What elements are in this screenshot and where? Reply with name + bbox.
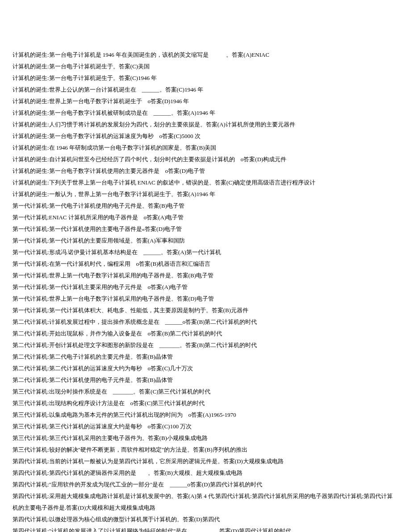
question-line: 计算机的诞生:世界上第一台电子数字计算机诞生于 o答案(D)1946 年 — [13, 96, 398, 107]
question-line: 第一代计算机:第一代计算机使用的主要电子器件是«答案(D)电子管 — [13, 223, 398, 235]
question-line: 计算机的诞生:第一台电子计算机诞生于。答案(C)1946 年 — [13, 72, 398, 84]
question-line: 计算机的诞生:一般认为，世界上第一台电子数字计算机诞生于。答案(A)1946 年 — [13, 189, 398, 200]
question-line: 第二代计算机:第二代计算机使用的电子元件是。答案(B)晶体管 — [13, 374, 398, 386]
question-line: 第一代计算机:第一代计算机体积大、耗电多、性能低，其主要原因是制约于。答案(B)… — [13, 305, 398, 316]
question-line: 第二代计算机:第二代电子计算机的主要元件是。答案(B)晶体管 — [13, 351, 398, 363]
question-line: 第三代计算机:第三代计算机的运算速度大约是每秒 o答案(C)100 万次 — [13, 421, 398, 432]
document-page: 计算机的诞生:第一台电子计算机是 1946 年在美国诞生的，该机的英文缩写是 。… — [0, 0, 411, 532]
question-line: 第一代计算机:世界上第一代电子数字计算机采用的电子器件是。答案(B)电子管 — [13, 270, 398, 281]
question-line: 第一代计算机:形成冯.诺伊曼计算机基本结构是在 ______。答案(A)第一代计… — [13, 247, 398, 258]
question-line: 第一代计算机:第一代电子计算机使用的电子元件是。答案(B)电子管 — [13, 200, 398, 212]
question-line: 计算机的诞生:世界上公认的第一台计算机诞生在 ______。答案(C)1946 … — [13, 84, 398, 96]
question-line: 计算机的诞生:下列关于世界上第一台电子计算机 ENIAC 的叙述中，错误的是。答… — [13, 177, 398, 189]
question-line: 计算机的诞生:人们习惯于将计算机的发展划分为四代，划分的主要依据是。答案(A)计… — [13, 119, 398, 130]
question-line: 第四代计算机:"计算机的发展进入了以计算机网络为特征的时代"是在 _______… — [13, 525, 398, 532]
question-list: 计算机的诞生:第一台电子计算机是 1946 年在美国诞生的，该机的英文缩写是 。… — [13, 49, 398, 532]
question-line: 第三代计算机:出现结构化程序设计方法是在 o答案(C)第三代计算机的时代 — [13, 398, 398, 409]
question-line: 第四代计算机:第四代计算机的逻辑器件采用的是 。答案(B)大规模、超大规模集成电… — [13, 467, 398, 479]
question-line: 第一代计算机:第一代计算机主要采用的电子元件是 o答案(A)电子管 — [13, 281, 398, 293]
question-line: 计算机的诞生:在 1946 年研制成功第一台电子数字计算机的国家是。答案(B)美… — [13, 142, 398, 154]
question-line: 第四代计算机:采用超大规模集成电路计算机是计算机发展中的。答案(A)第 4 代.… — [13, 490, 398, 514]
question-line: 计算机的诞生:第一台电子数字计算机的运算速度为每秒 o答案(C)5000 次 — [13, 130, 398, 142]
question-line: 第三代计算机:第三代计算机采用的主要电子器件为。答案(B)小规模集成电路 — [13, 432, 398, 444]
question-line: 第一代计算机:世界上第一台电子数字计算机采用的电子器件是。答案(D)电子管 — [13, 293, 398, 305]
question-line: 第二代计算机:计算机发展过程中，提出操作系统概念是在 ______o答案(B)第… — [13, 316, 398, 328]
question-line: 第三代计算机:以集成电路为基本元件的第三代计算机出现的时间为 o答案(A)196… — [13, 409, 398, 421]
question-line: 第一代计算机:第一代计算机的主要应用领域是。答案(A)军事和国防 — [13, 235, 398, 247]
question-line: 第二代计算机:开创计算机处理文字和图形的新阶段是在 _______。答案(B)第… — [13, 339, 398, 351]
question-line: 第四代计算机:当前的计算机一般被认为是第四代计算机，它所采用的逻辑元件是。答案(… — [13, 456, 398, 467]
question-line: 第三代计算机:较好的解决"硬件不断更新，而软件相对稳定"的方法是。答案(B)序列… — [13, 444, 398, 456]
question-line: 第四代计算机:"应用软件的开发成为现代工业的一部分"是在 ______o答案(D… — [13, 479, 398, 490]
question-line: 计算机的诞生:第一台电子计算机诞生于。答案(C)美国 — [13, 61, 398, 72]
question-line: 第一代计算机:ENIAC 计算机所采用的电子器件是 o答案(A)电子管 — [13, 212, 398, 223]
question-line: 第四代计算机:以微处理器为核心组成的微型计算机属于计算机的。答案(D)第四代 — [13, 514, 398, 525]
question-line: 第二代计算机:第二代计算机的运算速度大约为每秒 o答案(C)几十万次 — [13, 363, 398, 374]
question-line: 计算机的诞生:第一台电子数字计算机被研制成功是在 ______。答案(A)194… — [13, 107, 398, 119]
question-line: 第一代计算机:在第一代计算机时代，编程采用 o答案(B)机器语言和汇编语言 — [13, 258, 398, 270]
question-line: 计算机的诞生:自计算机问世至今已经经历了四个时代，划分时代的主要依据是计算机的 … — [13, 154, 398, 165]
question-line: 计算机的诞生:第一台电子数字计算机使用的主要元器件是 o答案(D)电子管 — [13, 165, 398, 177]
question-line: 计算机的诞生:第一台电子计算机是 1946 年在美国诞生的，该机的英文缩写是 。… — [13, 49, 398, 61]
question-line: 第二代计算机:开始出现鼠标，并作为输入设备是在 o答案(B)第二代计算机的时代 — [13, 328, 398, 339]
question-line: 第三代计算机:出现分时操作系统是在 _______。答案(C)第三代计算机的时代 — [13, 386, 398, 398]
